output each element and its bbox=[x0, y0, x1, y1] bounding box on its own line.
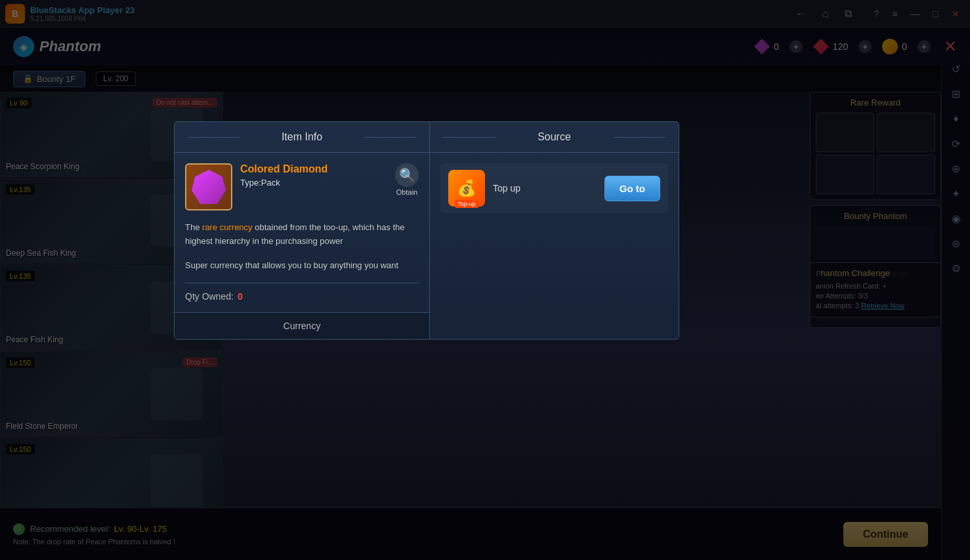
source-name: Top up bbox=[493, 183, 597, 193]
colored-diamond-icon bbox=[192, 170, 226, 204]
item-header-row: Colored Diamond Type:Pack 🔍 Obtain bbox=[185, 163, 419, 210]
item-footer: Currency bbox=[175, 312, 429, 339]
qty-value: 0 bbox=[238, 291, 243, 302]
item-type: Type:Pack bbox=[240, 178, 387, 188]
goto-button[interactable]: Go to bbox=[604, 176, 660, 201]
obtain-search-icon: 🔍 bbox=[395, 163, 419, 187]
topup-bag-icon: 💰 bbox=[457, 179, 476, 197]
item-divider bbox=[185, 283, 419, 283]
obtain-button[interactable]: 🔍 Obtain bbox=[395, 163, 419, 196]
item-name: Colored Diamond bbox=[240, 163, 387, 175]
item-info-header: Item Info bbox=[175, 122, 429, 153]
item-info-body: Colored Diamond Type:Pack 🔍 Obtain The r… bbox=[175, 153, 429, 312]
source-body: 💰 Top-up Top up Go to bbox=[430, 153, 679, 224]
item-description-2: Super currency that allows you to buy an… bbox=[185, 259, 419, 273]
source-row: 💰 Top-up Top up Go to bbox=[440, 163, 668, 213]
topup-icon-label: Top-up bbox=[455, 200, 478, 208]
item-icon bbox=[185, 163, 232, 210]
obtain-label: Obtain bbox=[396, 188, 417, 196]
source-panel: Source 💰 Top-up Top up Go to bbox=[430, 121, 679, 340]
source-header: Source bbox=[430, 122, 679, 153]
qty-label: Qty Owned: bbox=[185, 291, 234, 302]
topup-icon: 💰 Top-up bbox=[448, 170, 485, 207]
item-description-1: The rare currency obtained from the too-… bbox=[185, 221, 419, 249]
qty-row: Qty Owned: 0 bbox=[185, 291, 419, 302]
item-details: Colored Diamond Type:Pack bbox=[240, 163, 387, 188]
item-info-panel: Item Info Colored Diamond Type:Pack 🔍 Ob… bbox=[174, 121, 430, 340]
modal-container: Item Info Colored Diamond Type:Pack 🔍 Ob… bbox=[174, 121, 679, 340]
rare-currency-text: rare currency bbox=[202, 222, 253, 232]
